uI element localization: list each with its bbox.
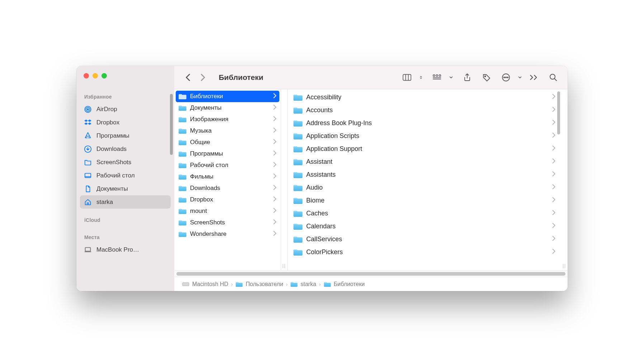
folder-row[interactable]: Audio xyxy=(289,181,560,194)
chevron-right-icon xyxy=(552,223,555,229)
folder-name: Calendars xyxy=(306,223,549,230)
folder-name: Музыка xyxy=(190,127,270,134)
column-resize-handle[interactable]: || xyxy=(561,89,568,270)
folder-icon xyxy=(179,196,186,203)
minimize-button[interactable] xyxy=(93,73,98,78)
folder-icon xyxy=(293,210,303,217)
tags-button[interactable] xyxy=(479,70,494,85)
folder-icon xyxy=(179,208,186,214)
view-mode-button[interactable] xyxy=(400,70,414,85)
folder-name: Dropbox xyxy=(190,196,270,203)
chevron-right-icon xyxy=(552,210,555,216)
grip-icon: || xyxy=(282,263,286,268)
sidebar-item-macbook[interactable]: MacBook Pro… xyxy=(80,243,171,256)
path-separator: › xyxy=(319,281,321,287)
sidebar-item-screenshots[interactable]: ScreenShots xyxy=(80,156,171,169)
sidebar-item-label: AirDrop xyxy=(96,106,117,113)
folder-name: ColorPickers xyxy=(306,248,549,256)
sidebar-item-desktop[interactable]: Рабочий стол xyxy=(80,169,171,182)
folder-row[interactable]: Address Book Plug-Ins xyxy=(289,116,560,129)
path-item[interactable]: starka xyxy=(290,281,316,287)
folder-row[interactable]: ColorPickers xyxy=(289,246,560,258)
folder-row[interactable]: CallServices xyxy=(289,233,560,246)
scrollbar-thumb[interactable] xyxy=(176,272,565,276)
close-button[interactable] xyxy=(84,73,89,78)
folder-icon xyxy=(293,248,303,256)
sidebar-item-downloads[interactable]: Downloads xyxy=(80,142,171,156)
folder-row[interactable]: Accounts xyxy=(289,104,560,116)
chevron-right-icon xyxy=(273,162,276,168)
finder-window: Избранное AirDrop Dropbox Программы Down… xyxy=(76,66,568,291)
group-by-button[interactable] xyxy=(430,70,444,85)
folder-row[interactable]: Application Support xyxy=(289,142,560,155)
more-button[interactable] xyxy=(499,70,513,85)
sidebar-scrollbar[interactable] xyxy=(170,94,173,155)
folder-icon xyxy=(293,223,303,230)
updown-icon[interactable] xyxy=(419,74,423,81)
sidebar-item-dropbox[interactable]: Dropbox xyxy=(80,116,171,129)
sidebar-section-favorites: Избранное xyxy=(76,85,174,103)
path-item[interactable]: Библиотеки xyxy=(324,281,365,287)
folder-icon xyxy=(293,145,303,153)
back-button[interactable] xyxy=(181,71,194,84)
folder-row[interactable]: Accessibility xyxy=(289,91,560,104)
folder-row[interactable]: ScreenShots xyxy=(176,217,279,228)
forward-button[interactable] xyxy=(196,71,209,84)
sidebar-item-label: Dropbox xyxy=(96,119,119,126)
path-item[interactable]: Пользователи xyxy=(236,281,283,287)
path-separator: › xyxy=(231,281,233,287)
folder-icon xyxy=(293,184,303,191)
folder-row[interactable]: Библиотеки xyxy=(176,91,279,102)
path-label: Библиотеки xyxy=(334,281,365,287)
folder-row[interactable]: mount xyxy=(176,205,279,217)
folder-row[interactable]: Downloads xyxy=(176,182,279,194)
chevron-right-icon xyxy=(273,139,276,146)
folder-row[interactable]: Общие xyxy=(176,137,279,148)
zoom-button[interactable] xyxy=(101,73,107,78)
sidebar-item-label: MacBook Pro… xyxy=(96,246,139,253)
folder-row[interactable]: Рабочий стол xyxy=(176,160,279,171)
folder-icon xyxy=(293,171,303,178)
overflow-button[interactable] xyxy=(527,70,541,85)
chevron-right-icon xyxy=(273,208,276,214)
column-2-scrollbar[interactable] xyxy=(557,91,560,134)
sidebar-item-airdrop[interactable]: AirDrop xyxy=(80,103,171,116)
chevron-right-icon xyxy=(552,249,555,255)
folder-row[interactable]: Assistants xyxy=(289,168,560,181)
folder-row[interactable]: Фильмы xyxy=(176,171,279,182)
sidebar-section-icloud: iCloud xyxy=(76,209,174,226)
folder-row[interactable]: Dropbox xyxy=(176,194,279,205)
folder-row[interactable]: Документы xyxy=(176,102,279,114)
folder-row[interactable]: Calendars xyxy=(289,220,560,233)
share-button[interactable] xyxy=(460,70,474,85)
folder-row[interactable]: Application Scripts xyxy=(289,129,560,142)
chevron-down-icon[interactable] xyxy=(518,74,522,81)
sidebar-item-home[interactable]: starka xyxy=(80,195,171,209)
folder-icon xyxy=(324,281,331,287)
folder-icon xyxy=(179,173,186,180)
home-icon xyxy=(84,198,92,206)
folder-row[interactable]: Assistant xyxy=(289,155,560,168)
folder-row[interactable]: Caches xyxy=(289,207,560,220)
folder-row[interactable]: Программы xyxy=(176,148,279,160)
svg-rect-9 xyxy=(439,75,441,77)
svg-rect-4 xyxy=(85,173,91,177)
folder-row[interactable]: Изображения xyxy=(176,114,279,125)
search-button[interactable] xyxy=(546,70,560,85)
chevron-down-icon[interactable] xyxy=(449,74,453,81)
sidebar-item-apps[interactable]: Программы xyxy=(80,129,171,142)
folder-name: Accounts xyxy=(306,106,549,114)
folder-row[interactable]: Wondershare xyxy=(176,228,279,240)
folder-name: Address Book Plug-Ins xyxy=(306,119,549,127)
folder-icon xyxy=(179,93,186,100)
sidebar-item-documents[interactable]: Документы xyxy=(80,182,171,195)
folder-name: mount xyxy=(190,208,270,215)
svg-rect-5 xyxy=(85,247,91,251)
horizontal-scrollbar[interactable] xyxy=(174,270,568,277)
folder-row[interactable]: Музыка xyxy=(176,125,279,137)
chevron-right-icon xyxy=(552,236,555,242)
folder-icon xyxy=(84,158,92,167)
column-resize-handle[interactable]: || xyxy=(281,89,288,270)
path-item[interactable]: Macintosh HD xyxy=(182,281,228,287)
folder-row[interactable]: Biome xyxy=(289,194,560,207)
